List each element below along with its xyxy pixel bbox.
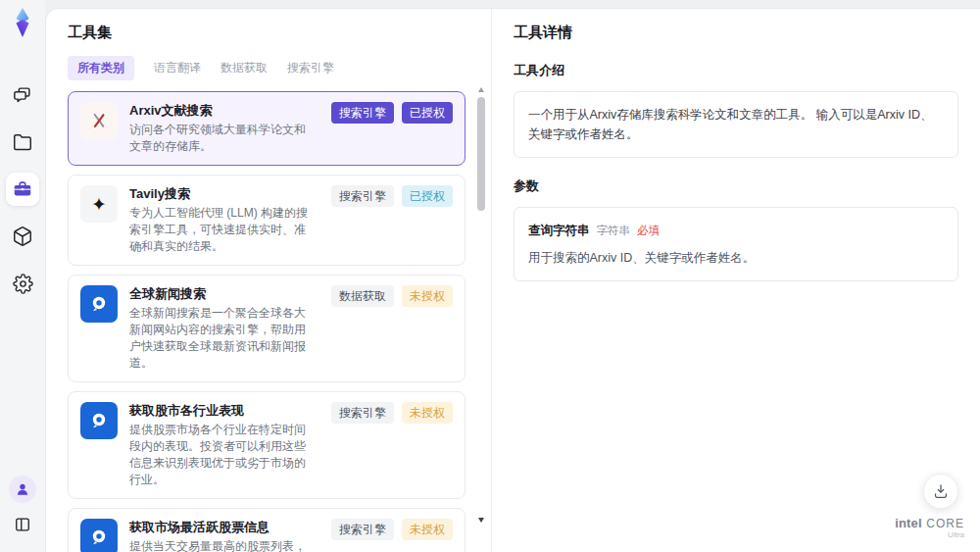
category-badge: 搜索引擎: [331, 519, 394, 540]
scrollbar-thumb[interactable]: [477, 97, 485, 211]
category-badge: 搜索引擎: [331, 102, 394, 124]
param-description: 用于搜索的Arxiv ID、关键字或作者姓名。: [528, 248, 944, 268]
intro-text: 一个用于从Arxiv存储库搜索科学论文和文章的工具。 输入可以是Arxiv ID…: [528, 108, 933, 141]
app-logo-icon[interactable]: [8, 6, 37, 39]
tool-name: 获取股市各行业表现: [129, 402, 314, 419]
tool-detail-panel: 工具详情 工具介绍 一个用于从Arxiv存储库搜索科学论文和文章的工具。 输入可…: [492, 9, 980, 552]
scroll-down-arrow-icon[interactable]: [478, 518, 484, 523]
app-rail: [0, 0, 45, 552]
page-title: 工具集: [68, 24, 491, 42]
nav-settings-icon[interactable]: [6, 267, 39, 300]
tool-description: 专为人工智能代理 (LLM) 构建的搜索引擎工具，可快速提供实时、准确和真实的结…: [129, 205, 314, 255]
tool-description: 访问各个研究领域大量科学论文和文章的存储库。: [129, 122, 314, 155]
params-heading: 参数: [514, 177, 958, 195]
nav-toolbox-icon[interactable]: [6, 173, 39, 206]
nav-folder-icon[interactable]: [6, 125, 39, 159]
tool-name: 全球新闻搜索: [129, 285, 314, 302]
tool-name: 获取市场最活跃股票信息: [129, 519, 314, 535]
news-app-icon: [80, 285, 118, 323]
user-avatar[interactable]: [9, 476, 36, 503]
news-app-icon: [80, 519, 118, 552]
param-type: 字符串: [597, 222, 631, 239]
auth-status-badge: 未授权: [402, 519, 453, 540]
list-scrollbar[interactable]: [477, 87, 486, 523]
tool-card-global-news[interactable]: 全球新闻搜索 全球新闻搜索是一个聚合全球各大新闻网站内容的搜索引擎，帮助用户快速…: [68, 275, 466, 382]
tab-search-engine[interactable]: 搜索引擎: [287, 56, 334, 80]
intro-heading: 工具介绍: [514, 62, 958, 79]
tool-card-tavily[interactable]: ✦ Tavily搜索 专为人工智能代理 (LLM) 构建的搜索引擎工具，可快速提…: [68, 175, 466, 266]
category-badge: 搜索引擎: [331, 402, 394, 424]
tool-description: 提供股票市场各个行业在特定时间段内的表现。投资者可以利用这些信息来识别表现优于或…: [129, 422, 314, 488]
tab-language-translation[interactable]: 语言翻译: [154, 56, 201, 80]
tools-column: 工具集 所有类别 语言翻译 数据获取 搜索引擎 Arxiv文献搜索 访问各个研究…: [46, 9, 492, 552]
nav-cube-icon[interactable]: [6, 220, 39, 253]
download-button[interactable]: [923, 474, 958, 509]
param-box: 查询字符串 字符串 必填 用于搜索的Arxiv ID、关键字或作者姓名。: [514, 207, 958, 281]
auth-status-badge: 已授权: [402, 102, 453, 124]
news-app-icon: [80, 402, 118, 439]
tool-card-arxiv[interactable]: Arxiv文献搜索 访问各个研究领域大量科学论文和文章的存储库。 搜索引擎 已授…: [68, 91, 466, 166]
tier-label: Ultra: [895, 531, 964, 540]
category-badge: 数据获取: [331, 285, 394, 307]
main-panel: 工具集 所有类别 语言翻译 数据获取 搜索引擎 Arxiv文献搜索 访问各个研究…: [45, 8, 980, 552]
tool-description: 全球新闻搜索是一个聚合全球各大新闻网站内容的搜索引擎，帮助用户快速获取全球最新资…: [129, 305, 314, 372]
auth-status-badge: 未授权: [402, 285, 453, 307]
tab-data-fetch[interactable]: 数据获取: [220, 56, 268, 80]
tool-card-sector-performance[interactable]: 获取股市各行业表现 提供股票市场各个行业在特定时间段内的表现。投资者可以利用这些…: [68, 391, 466, 499]
tool-name: Arxiv文献搜索: [129, 102, 314, 119]
detail-title: 工具详情: [514, 24, 958, 42]
category-badge: 搜索引擎: [331, 185, 394, 207]
intel-wordmark: intel: [895, 516, 922, 530]
collapse-panel-icon[interactable]: [9, 511, 36, 538]
tool-card-active-stocks[interactable]: 获取市场最活跃股票信息 提供当天交易量最高的股票列表，投资者可以利用这些信息来识…: [68, 508, 466, 552]
auth-status-badge: 未授权: [402, 402, 453, 424]
scroll-up-arrow-icon[interactable]: [478, 87, 484, 92]
sparkle-icon: ✦: [80, 185, 118, 223]
category-tabs: 所有类别 语言翻译 数据获取 搜索引擎: [68, 56, 491, 80]
tab-all-categories[interactable]: 所有类别: [68, 56, 134, 80]
arxiv-logo-icon: [80, 102, 118, 139]
core-wordmark: CORE: [926, 517, 964, 530]
tool-name: Tavily搜索: [129, 185, 314, 202]
intro-box: 一个用于从Arxiv存储库搜索科学论文和文章的工具。 输入可以是Arxiv ID…: [514, 91, 958, 158]
tool-list: Arxiv文献搜索 访问各个研究领域大量科学论文和文章的存储库。 搜索引擎 已授…: [68, 91, 466, 552]
intel-core-logo: intel CORE Ultra: [895, 514, 964, 540]
auth-status-badge: 已授权: [402, 185, 453, 207]
nav-chat-icon[interactable]: [6, 78, 39, 112]
param-name: 查询字符串: [528, 221, 590, 240]
tool-description: 提供当天交易量最高的股票列表，投资者可以利用这些信息来识别流动性强的股票和潜在的…: [129, 538, 314, 552]
param-required-label: 必填: [637, 222, 660, 239]
